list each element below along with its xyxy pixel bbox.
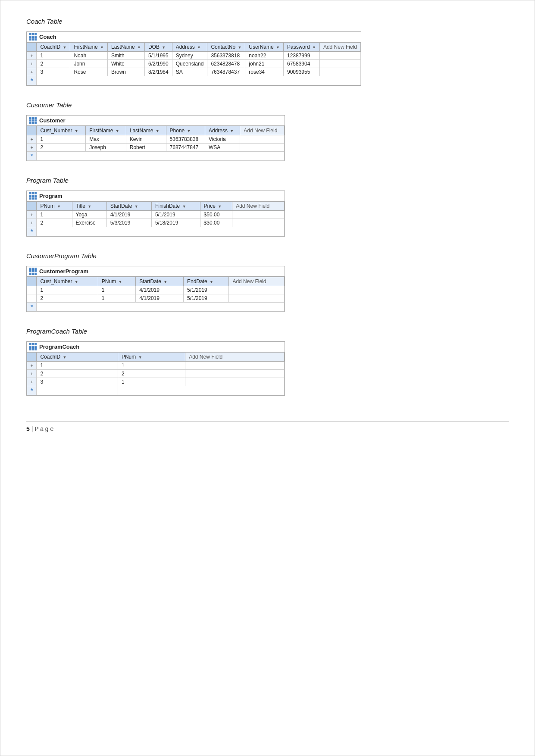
row-expand-ctrl[interactable]: +: [27, 52, 37, 60]
new-row-star[interactable]: *: [27, 76, 37, 85]
program-table-wrapper: Program PNum ▼ Title ▼ StartDate ▼ Finis…: [26, 191, 285, 237]
customer-address-header[interactable]: Address ▼: [205, 126, 240, 135]
addfield-cell: [229, 286, 285, 294]
coach-password-header[interactable]: Password ▼: [283, 43, 319, 52]
customer-table-wrapper: Customer Cust_Number ▼ FirstName ▼ LastN…: [26, 115, 285, 161]
programcoach-pnum-header[interactable]: PNum ▼: [118, 353, 185, 362]
enddate-cell: 5/1/2019: [184, 294, 229, 303]
coach-lastname-header[interactable]: LastName ▼: [108, 43, 145, 52]
customer-table: Cust_Number ▼ FirstName ▼ LastName ▼ Pho…: [27, 126, 285, 161]
customer-table-section: Customer Table Customer Cust_Number ▼ Fi…: [26, 101, 509, 161]
program-section-title: Program Table: [26, 177, 509, 184]
username-cell: rose34: [245, 68, 284, 76]
customerprogram-table-row: 2 1 4/1/2019 5/1/2019: [27, 294, 285, 303]
customerprogram-enddate-header[interactable]: EndDate ▼: [184, 277, 229, 286]
new-row-star[interactable]: *: [27, 303, 37, 312]
new-row-star[interactable]: *: [27, 227, 37, 236]
row-selector: [27, 286, 37, 294]
row-expand-ctrl[interactable]: +: [27, 378, 37, 386]
coach-table-name: Coach: [39, 34, 56, 40]
program-title-header[interactable]: Title ▼: [72, 202, 106, 211]
customer-section-title: Customer Table: [26, 101, 509, 109]
new-row-star[interactable]: *: [27, 386, 37, 395]
coach-grid-icon: [29, 33, 37, 41]
program-startdate-header[interactable]: StartDate ▼: [106, 202, 151, 211]
customer-addfield-header[interactable]: Add New Field: [240, 126, 285, 135]
program-addfield-header[interactable]: Add New Field: [232, 202, 285, 211]
coach-contactno-header[interactable]: ContactNo ▼: [207, 43, 245, 52]
customerprogram-header-row: Cust_Number ▼ PNum ▼ StartDate ▼ EndDate…: [27, 277, 285, 286]
startdate-cell: 4/1/2019: [136, 286, 184, 294]
customerprogram-new-row[interactable]: *: [27, 303, 285, 312]
password-cell: 90093955: [283, 68, 319, 76]
programcoach-grid-icon: [29, 343, 37, 350]
program-table-section: Program Table Program PNum ▼ Title ▼ Sta…: [26, 177, 509, 237]
row-expand-ctrl[interactable]: +: [27, 219, 37, 227]
programcoach-table: CoachID ▼ PNum ▼ Add New Field + 1 1 + 2…: [27, 352, 285, 395]
coach-titlebar: Coach: [27, 32, 361, 42]
customer-grid-icon: [29, 117, 37, 124]
coachid-cell: 1: [37, 362, 118, 370]
row-expand-ctrl[interactable]: +: [27, 135, 37, 144]
new-row-star[interactable]: *: [27, 152, 37, 161]
customer-titlebar: Customer: [27, 116, 285, 126]
programcoach-table-row: + 1 1: [27, 362, 285, 370]
program-pnum-header[interactable]: PNum ▼: [37, 202, 72, 211]
coach-dob-header[interactable]: DOB ▼: [144, 43, 172, 52]
pnum-cell: 1: [118, 362, 185, 370]
addfield-cell: [185, 378, 285, 386]
firstname-cell: John: [70, 60, 108, 68]
customer-firstname-header[interactable]: FirstName ▼: [86, 126, 126, 135]
coach-coachid-header[interactable]: CoachID ▼: [37, 43, 70, 52]
address-cell: Queensland: [172, 60, 207, 68]
coach-table-wrapper: Coach CoachID ▼ FirstName ▼ LastName ▼ D…: [26, 31, 361, 86]
customerprogram-custnumber-header[interactable]: Cust_Number ▼: [37, 277, 98, 286]
row-expand-ctrl[interactable]: +: [27, 362, 37, 370]
customer-custnumber-header[interactable]: Cust_Number ▼: [37, 126, 86, 135]
row-expand-ctrl[interactable]: +: [27, 68, 37, 76]
program-price-header[interactable]: Price ▼: [200, 202, 232, 211]
programcoach-coachid-header[interactable]: CoachID ▼: [37, 353, 118, 362]
customer-phone-header[interactable]: Phone ▼: [166, 126, 205, 135]
customerprogram-table-row: 1 1 4/1/2019 5/1/2019: [27, 286, 285, 294]
custnumber-cell: 1: [37, 135, 86, 144]
coach-table-section: Coach Table Coach CoachID ▼ FirstName ▼ …: [26, 18, 509, 86]
custnumber-cell: 2: [37, 144, 86, 152]
programcoach-new-row[interactable]: *: [27, 386, 285, 395]
customer-lastname-header[interactable]: LastName ▼: [126, 126, 166, 135]
program-grid-icon: [29, 192, 37, 200]
row-expand-ctrl[interactable]: +: [27, 144, 37, 152]
coach-firstname-header[interactable]: FirstName ▼: [70, 43, 108, 52]
customerprogram-section-title: CustomerProgram Table: [26, 252, 509, 259]
coach-addfield-header[interactable]: Add New Field: [319, 43, 360, 52]
customerprogram-pnum-header[interactable]: PNum ▼: [98, 277, 135, 286]
addfield-cell: [240, 144, 285, 152]
program-new-row[interactable]: *: [27, 227, 285, 236]
dob-cell: 8/2/1984: [144, 68, 172, 76]
lastname-cell: Brown: [108, 68, 145, 76]
program-finishdate-header[interactable]: FinishDate ▼: [151, 202, 200, 211]
customer-table-row: + 1 Max Kevin 5363783838 Victoria: [27, 135, 285, 144]
customer-new-row[interactable]: *: [27, 152, 285, 161]
customerprogram-addfield-header[interactable]: Add New Field: [229, 277, 285, 286]
coach-address-header[interactable]: Address ▼: [172, 43, 207, 52]
address-cell: WSA: [205, 144, 240, 152]
pnum-cell: 1: [98, 294, 135, 303]
row-expand-ctrl[interactable]: +: [27, 370, 37, 378]
programcoach-selector-col: [27, 353, 37, 362]
coachid-cell: 1: [37, 52, 70, 60]
title-cell: Yoga: [72, 211, 106, 219]
customer-header-row: Cust_Number ▼ FirstName ▼ LastName ▼ Pho…: [27, 126, 285, 135]
programcoach-titlebar: ProgramCoach: [27, 342, 285, 352]
addfield-cell: [232, 211, 285, 219]
row-expand-ctrl[interactable]: +: [27, 211, 37, 219]
row-expand-ctrl[interactable]: +: [27, 60, 37, 68]
programcoach-addfield-header[interactable]: Add New Field: [185, 353, 285, 362]
lastname-cell: White: [108, 60, 145, 68]
programcoach-section-title: ProgramCoach Table: [26, 328, 509, 335]
customerprogram-startdate-header[interactable]: StartDate ▼: [136, 277, 184, 286]
firstname-cell: Rose: [70, 68, 108, 76]
startdate-cell: 5/3/2019: [106, 219, 151, 227]
coach-new-row[interactable]: *: [27, 76, 361, 85]
coach-username-header[interactable]: UserName ▼: [245, 43, 284, 52]
